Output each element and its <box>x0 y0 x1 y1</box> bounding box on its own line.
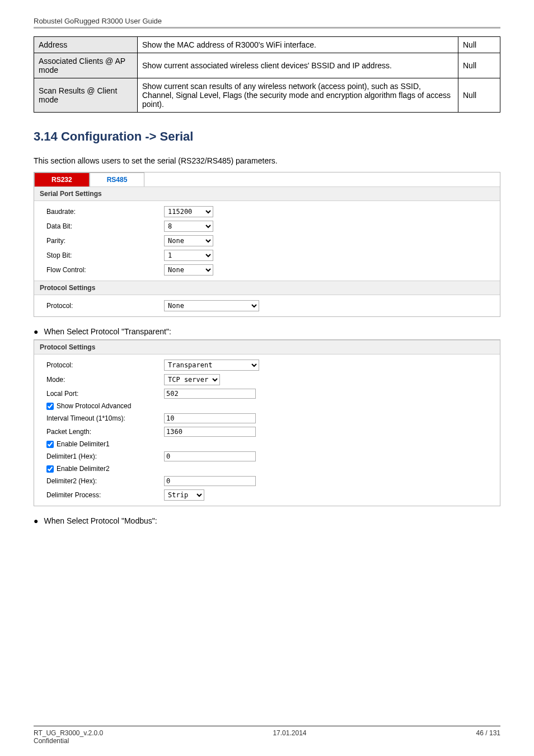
footer-version: RT_UG_R3000_v.2.0.0 <box>34 729 103 737</box>
page-footer: RT_UG_R3000_v.2.0.0 Confidential 17.01.2… <box>34 725 500 745</box>
protocol-select[interactable]: None <box>164 300 259 311</box>
cell-default: Null <box>458 37 500 53</box>
t-protocol-label: Protocol: <box>46 361 164 369</box>
t-packet-label: Packet Length: <box>46 428 164 436</box>
t-mode-label: Mode: <box>46 376 164 384</box>
t-interval-input[interactable] <box>164 413 256 423</box>
cell-desc: Show current scan results of any wireles… <box>138 78 458 113</box>
t-delim2-checkbox[interactable] <box>46 465 54 473</box>
t-delim1-label: Delimiter1 (Hex): <box>46 452 164 460</box>
parity-label: Parity: <box>46 237 164 245</box>
t-showadv-label: Show Protocol Advanced <box>57 402 131 410</box>
serial-screenshot: RS232 RS485 Serial Port Settings Baudrat… <box>34 172 500 317</box>
cell-default: Null <box>458 53 500 78</box>
t-delim2-input[interactable] <box>164 476 256 486</box>
databit-select[interactable]: 8 <box>164 221 213 232</box>
databit-label: Data Bit: <box>46 222 164 230</box>
doc-header: Robustel GoRugged R3000 User Guide <box>34 17 500 29</box>
table-row: Associated Clients @ AP mode Show curren… <box>34 53 500 78</box>
cell-desc: Show current associated wireless client … <box>138 53 458 78</box>
section-intro: This section allows users to set the ser… <box>34 156 500 165</box>
footer-page: 46 / 131 <box>476 729 500 745</box>
summary-table: Address Show the MAC address of R3000's … <box>34 36 500 113</box>
parity-select[interactable]: None <box>164 235 213 246</box>
transparent-screenshot: Protocol Settings Protocol: Transparent … <box>34 339 500 506</box>
cell-label: Address <box>34 37 138 53</box>
t-delim2-label: Delimiter2 (Hex): <box>46 477 164 485</box>
cell-desc: Show the MAC address of R3000's WiFi int… <box>138 37 458 53</box>
section-heading: 3.14 Configuration -> Serial <box>34 129 500 144</box>
tab-rs232[interactable]: RS232 <box>34 172 90 186</box>
flowcontrol-label: Flow Control: <box>46 266 164 274</box>
bullet-icon: ● <box>34 327 38 336</box>
protocol-settings-heading-2: Protocol Settings <box>34 340 500 354</box>
t-packet-input[interactable] <box>164 427 256 437</box>
cell-label: Associated Clients @ AP mode <box>34 53 138 78</box>
bullet-icon: ● <box>34 516 38 525</box>
table-row: Address Show the MAC address of R3000's … <box>34 37 500 53</box>
flowcontrol-select[interactable]: None <box>164 264 213 276</box>
cell-label: Scan Results @ Client mode <box>34 78 138 113</box>
bullet-modbus-text: When Select Protocol "Modbus": <box>44 516 157 525</box>
footer-date: 17.01.2014 <box>273 729 306 745</box>
bullet-transparent-text: When Select Protocol "Transparent": <box>44 327 171 336</box>
table-row: Scan Results @ Client mode Show current … <box>34 78 500 113</box>
t-delimproc-label: Delimiter Process: <box>46 491 164 499</box>
t-localport-label: Local Port: <box>46 390 164 398</box>
t-mode-select[interactable]: TCP server <box>164 374 220 385</box>
t-interval-label: Interval Timeout (1*10ms): <box>46 414 164 422</box>
footer-confidential: Confidential <box>34 737 103 745</box>
t-showadv-checkbox[interactable] <box>46 403 54 410</box>
t-delim1-enable-label: Enable Delimiter1 <box>57 440 110 448</box>
baudrate-select[interactable]: 115200 <box>164 206 213 217</box>
protocol-settings-heading: Protocol Settings <box>34 281 500 295</box>
protocol-label: Protocol: <box>46 302 164 310</box>
t-delimproc-select[interactable]: Strip <box>164 489 204 501</box>
t-delim1-input[interactable] <box>164 451 256 461</box>
t-protocol-select[interactable]: Transparent <box>164 360 259 371</box>
serial-port-settings-heading: Serial Port Settings <box>34 186 500 201</box>
stopbit-label: Stop Bit: <box>46 251 164 259</box>
stopbit-select[interactable]: 1 <box>164 250 213 261</box>
cell-default: Null <box>458 78 500 113</box>
t-delim2-enable-label: Enable Delimiter2 <box>57 465 110 473</box>
t-delim1-checkbox[interactable] <box>46 441 54 448</box>
baudrate-label: Baudrate: <box>46 208 164 216</box>
t-localport-input[interactable] <box>164 389 256 399</box>
tab-rs485[interactable]: RS485 <box>90 172 145 186</box>
